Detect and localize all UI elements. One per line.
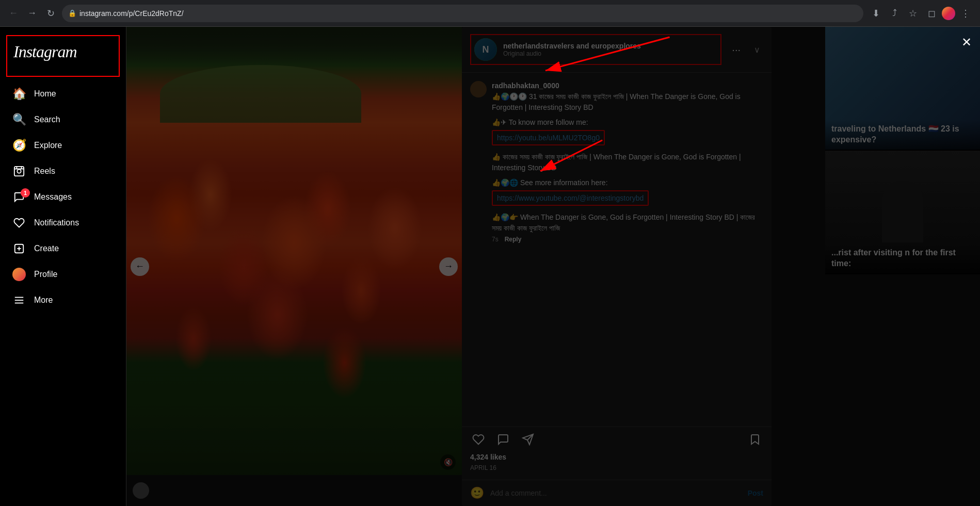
browser-chrome: ← → ↻ 🔒 instagram.com/p/CrEu2dRoTnZ/ ⬇ ⤴…	[0, 0, 980, 27]
sidebar-item-notifications[interactable]: Notifications	[6, 210, 120, 236]
lock-icon: 🔒	[68, 9, 76, 17]
menu-button[interactable]: ⋮	[957, 5, 974, 22]
create-icon	[12, 242, 26, 255]
sidebar-item-label-profile: Profile	[34, 270, 57, 279]
app-container: Instagram 🏠 Home 🔍 Search 🧭 Explore	[0, 27, 980, 506]
sidebar-item-explore[interactable]: 🧭 Explore	[6, 133, 120, 158]
bookmark-star-button[interactable]: ☆	[905, 5, 921, 22]
explore-icon: 🧭	[12, 139, 26, 152]
extensions-button[interactable]: ◻	[923, 5, 940, 22]
sidebar-item-messages[interactable]: 1 Messages	[6, 184, 120, 210]
sidebar: Instagram 🏠 Home 🔍 Search 🧭 Explore	[0, 27, 126, 506]
svg-point-1	[17, 169, 21, 173]
reload-button[interactable]: ↻	[43, 6, 58, 21]
sidebar-item-label-create: Create	[34, 244, 59, 253]
svg-rect-0	[14, 167, 24, 176]
sidebar-item-label-explore: Explore	[34, 141, 62, 150]
profile-nav-avatar	[12, 268, 26, 281]
logo-container: Instagram	[6, 35, 120, 77]
sidebar-item-label-home: Home	[34, 89, 56, 99]
sidebar-item-label-search: Search	[34, 115, 60, 124]
reels-icon	[12, 165, 26, 178]
more-icon	[12, 293, 26, 307]
main-content: ← → 🔇 traveling to Netherlands 🇳🇱 23 is …	[126, 27, 980, 506]
sidebar-nav: 🏠 Home 🔍 Search 🧭 Explore	[6, 81, 120, 313]
sidebar-item-create[interactable]: Create	[6, 236, 120, 262]
sidebar-item-home[interactable]: 🏠 Home	[6, 81, 120, 107]
instagram-logo: Instagram	[13, 42, 77, 61]
back-button[interactable]: ←	[6, 6, 21, 21]
sidebar-item-reels[interactable]: Reels	[6, 158, 120, 184]
background-area: ← → 🔇 traveling to Netherlands 🇳🇱 23 is …	[126, 27, 980, 506]
sidebar-item-search[interactable]: 🔍 Search	[6, 107, 120, 133]
sidebar-item-label-notifications: Notifications	[34, 218, 79, 227]
sidebar-item-label-messages: Messages	[34, 192, 72, 202]
url-text: instagram.com/p/CrEu2dRoTnZ/	[79, 9, 184, 18]
share-button[interactable]: ⤴	[886, 5, 903, 22]
download-button[interactable]: ⬇	[867, 5, 884, 22]
notifications-icon	[12, 216, 26, 230]
address-bar[interactable]: 🔒 instagram.com/p/CrEu2dRoTnZ/	[62, 5, 863, 22]
sidebar-item-label-reels: Reels	[34, 167, 55, 176]
browser-actions: ⬇ ⤴ ☆ ◻ ⋮	[867, 5, 974, 22]
messages-badge: 1	[21, 188, 30, 198]
forward-button[interactable]: →	[25, 6, 39, 21]
search-icon: 🔍	[12, 113, 26, 126]
home-icon: 🏠	[12, 87, 26, 101]
sidebar-item-label-more: More	[34, 296, 53, 305]
close-modal-button[interactable]: ✕	[961, 35, 972, 50]
modal-backdrop[interactable]	[126, 27, 980, 506]
sidebar-item-profile[interactable]: Profile	[6, 262, 120, 287]
browser-profile-avatar[interactable]	[942, 7, 955, 20]
sidebar-item-more[interactable]: More	[6, 287, 120, 313]
